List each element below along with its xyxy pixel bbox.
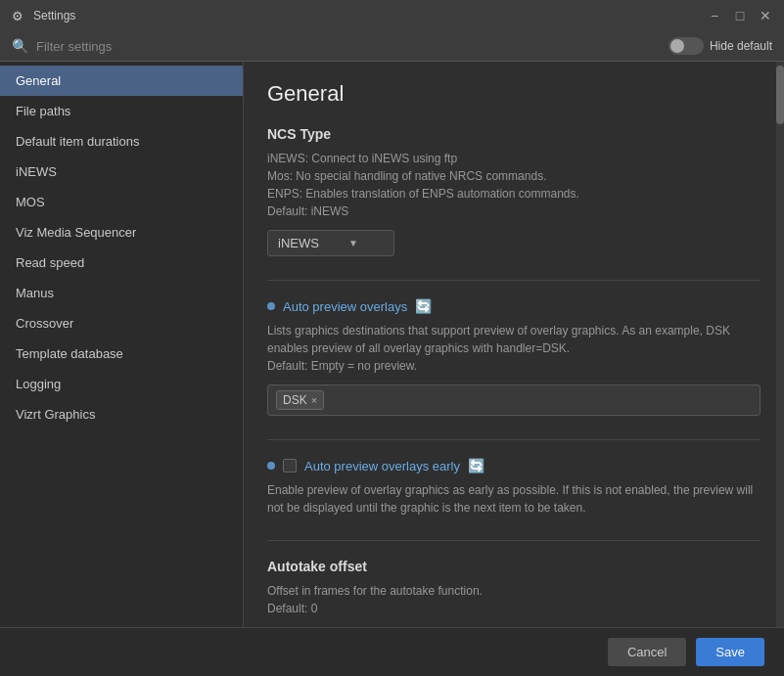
maximize-button[interactable]: □ [731, 7, 749, 24]
autotake-desc: Offset in frames for the autotake functi… [267, 582, 761, 600]
auto-preview-header: Auto preview overlays 🔄 [267, 298, 761, 314]
sidebar-item-manus[interactable]: Manus [0, 278, 243, 308]
app-icon: ⚙ [10, 8, 25, 23]
hide-default-label: Hide default [710, 39, 772, 53]
auto-preview-desc: Lists graphics destinations that support… [267, 322, 761, 357]
autotake-offset-section: Autotake offset Offset in frames for the… [267, 559, 761, 627]
auto-preview-early-section: Auto preview overlays early 🔄 Enable pre… [267, 458, 761, 517]
divider-2 [267, 439, 761, 440]
ncs-desc-line4: Default: iNEWS [267, 203, 761, 220]
search-input[interactable] [36, 39, 661, 54]
close-button[interactable]: ✕ [757, 7, 774, 24]
title-bar: ⚙ Settings − □ ✕ [0, 0, 784, 31]
dropdown-arrow-icon: ▼ [348, 238, 358, 248]
sidebar-item-viz-media-sequencer[interactable]: Viz Media Sequencer [0, 217, 243, 248]
tag-close-icon[interactable]: × [311, 394, 317, 406]
ncs-type-description: iNEWS: Connect to iNEWS using ftp Mos: N… [267, 150, 761, 220]
auto-preview-early-description: Enable preview of overlay graphics as ea… [267, 481, 761, 517]
sidebar-item-read-speed[interactable]: Read speed [0, 248, 243, 278]
ncs-desc-line3: ENPS: Enables translation of ENPS automa… [267, 185, 761, 203]
option-bullet-early-icon [267, 462, 275, 470]
sidebar-item-template-database[interactable]: Template database [0, 338, 243, 369]
auto-preview-tag-input[interactable]: DSK × [267, 384, 761, 416]
divider-1 [267, 280, 761, 281]
ncs-type-dropdown[interactable]: iNEWS ▼ [267, 230, 394, 256]
refresh-early-icon: 🔄 [468, 458, 484, 473]
auto-preview-description: Lists graphics destinations that support… [267, 322, 761, 375]
scrollbar-track[interactable] [776, 62, 784, 627]
auto-preview-default: Default: Empty = no preview. [267, 357, 761, 375]
sidebar-item-logging[interactable]: Logging [0, 369, 243, 399]
auto-preview-early-header: Auto preview overlays early 🔄 [267, 458, 761, 473]
content-area: General NCS Type iNEWS: Connect to iNEWS… [243, 62, 784, 627]
sidebar-item-file-paths[interactable]: File paths [0, 96, 243, 126]
auto-preview-early-checkbox[interactable] [283, 459, 297, 473]
sidebar: General File paths Default item duration… [0, 62, 243, 627]
ncs-desc-line2: Mos: No special handling of native NRCS … [267, 167, 761, 185]
sidebar-item-inews[interactable]: iNEWS [0, 157, 243, 187]
refresh-icon: 🔄 [415, 298, 432, 314]
scrollbar-thumb[interactable] [776, 66, 784, 124]
sidebar-item-mos[interactable]: MOS [0, 187, 243, 217]
ncs-type-dropdown-value: iNEWS [278, 236, 319, 250]
ncs-desc-line1: iNEWS: Connect to iNEWS using ftp [267, 150, 761, 167]
auto-preview-early-title: Auto preview overlays early [304, 459, 460, 473]
autotake-offset-description: Offset in frames for the autotake functi… [267, 582, 761, 617]
ncs-type-title: NCS Type [267, 126, 761, 142]
dsk-tag: DSK × [276, 390, 324, 410]
minimize-button[interactable]: − [706, 7, 723, 24]
sidebar-item-general[interactable]: General [0, 66, 243, 96]
title-bar-controls: − □ ✕ [706, 7, 774, 24]
sidebar-item-crossover[interactable]: Crossover [0, 308, 243, 338]
autotake-offset-title: Autotake offset [267, 559, 761, 574]
sidebar-item-default-item-durations[interactable]: Default item durations [0, 126, 243, 157]
cancel-button[interactable]: Cancel [608, 638, 686, 666]
sidebar-item-vizrt-graphics[interactable]: Vizrt Graphics [0, 399, 243, 429]
autotake-default: Default: 0 [267, 600, 761, 617]
tag-value: DSK [283, 393, 307, 407]
footer: Cancel Save [0, 627, 784, 676]
page-title: General [267, 81, 761, 107]
option-bullet-icon [267, 302, 275, 310]
divider-3 [267, 540, 761, 541]
main-layout: General File paths Default item duration… [0, 62, 784, 627]
toggle-knob [670, 39, 684, 53]
save-button[interactable]: Save [696, 638, 764, 666]
toggle-track[interactable] [669, 37, 704, 55]
ncs-type-section: NCS Type iNEWS: Connect to iNEWS using f… [267, 126, 761, 256]
title-bar-title: Settings [33, 9, 706, 23]
auto-preview-title: Auto preview overlays [283, 299, 407, 314]
search-icon: 🔍 [12, 38, 28, 54]
hide-default-toggle[interactable]: Hide default [669, 37, 772, 55]
auto-preview-overlays-section: Auto preview overlays 🔄 Lists graphics d… [267, 298, 761, 416]
search-bar: 🔍 Hide default [0, 31, 784, 62]
